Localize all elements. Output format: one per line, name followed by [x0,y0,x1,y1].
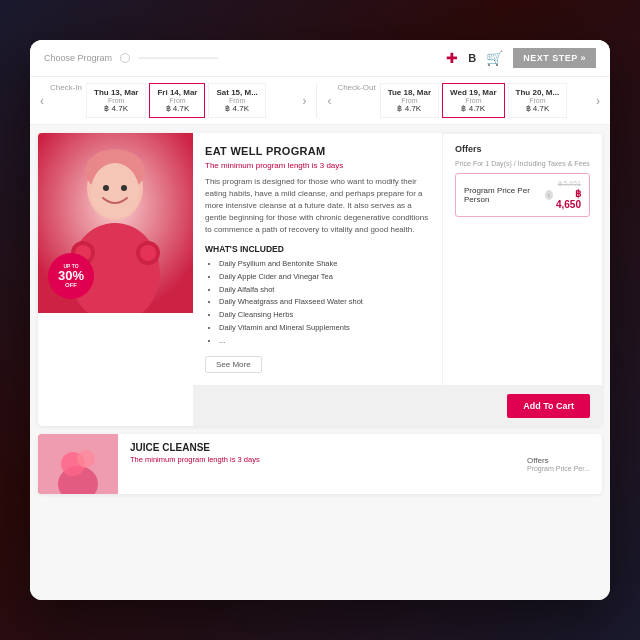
juice-cleanse-offers: Offers Program Price Per... [515,434,602,494]
date-selector: ‹ Check-In Thu 13, Mar From ฿ 4.7K Fri 1… [30,77,610,125]
checkout-dates: Tue 18, Mar From ฿ 4.7K Wed 19, Mar From… [380,83,590,118]
program-top: UP TO 30% OFF EAT WELL PROGRAM The minim… [38,133,602,426]
add-to-cart-bar: Add To Cart [193,385,602,426]
checkin-date-1[interactable]: Fri 14, Mar From ฿ 4.7K [149,83,205,118]
program-image: UP TO 30% OFF [38,133,193,313]
juice-cleanse-info: JUICE CLEANSE The minimum program length… [118,434,515,494]
divider [316,83,317,118]
checkout-next-arrow[interactable]: › [594,83,602,118]
date-day: Fri 14, Mar [157,88,197,97]
svg-point-5 [121,185,127,191]
checkout-date-1[interactable]: Wed 19, Mar From ฿ 4.7K [442,83,505,118]
list-item: Daily Cleansing Herbs [219,309,430,322]
date-from: From [94,97,138,104]
checkin-next-arrow[interactable]: › [300,83,308,118]
svg-point-10 [140,245,156,261]
nav-right: ✚ B 🛒 NEXT STEP » [446,48,596,68]
list-item: Daily Apple Cider and Vinegar Tea [219,271,430,284]
date-from: From [388,97,431,104]
offers-title: Offers [455,144,590,154]
new-price: ฿ 4,650 [553,188,581,210]
program-content-row: EAT WELL PROGRAM The minimum program len… [193,133,602,385]
juice-cleanse-image [38,434,118,494]
list-item: ... [219,335,430,348]
list-item: Daily Vitamin and Mineral Supplements [219,322,430,335]
choose-program-label: Choose Program [44,53,112,63]
date-from: From [450,97,497,104]
list-item: Daily Wheatgrass and Flaxseed Water shot [219,296,430,309]
offers-section: Offers Price For 1 Day(s) / Including Ta… [442,133,602,385]
language-badge[interactable]: B [468,52,476,64]
list-item: Daily Psyllium and Bentonite Shake [219,258,430,271]
discount-pct: 30% [58,269,84,282]
discount-off: OFF [65,282,77,289]
checkout-date-0[interactable]: Tue 18, Mar From ฿ 4.7K [380,83,439,118]
offer-row: Program Price Per Person i ฿ 5,651 ฿ 4,6… [455,173,590,217]
date-price: ฿ 4.7K [216,104,257,113]
included-list: Daily Psyllium and Bentonite Shake Daily… [205,258,430,347]
date-from: From [157,97,197,104]
juice-offers-title: Offers [527,456,590,465]
juice-illustration [38,434,118,494]
date-day: Thu 13, Mar [94,88,138,97]
nav-bar: Choose Program ✚ B 🛒 NEXT STEP » [30,40,610,77]
main-content: UP TO 30% OFF EAT WELL PROGRAM The minim… [30,125,610,600]
list-item: Daily Alfalfa shot [219,284,430,297]
date-price: ฿ 4.7K [450,104,497,113]
juice-cleanse-min: The minimum program length is 3 days [130,455,503,464]
program-min-length: The minimum program length is 3 days [205,161,430,170]
eat-well-card: UP TO 30% OFF EAT WELL PROGRAM The minim… [38,133,602,426]
progress-bar [138,57,218,59]
date-price: ฿ 4.7K [157,104,197,113]
program-right: EAT WELL PROGRAM The minimum program len… [193,133,602,426]
svg-point-14 [77,450,95,468]
info-icon: i [545,190,553,200]
offers-price-label: Price For 1 Day(s) / Including Taxes & F… [455,160,590,167]
checkin-date-2[interactable]: Sat 15, M... From ฿ 4.7K [208,83,265,118]
date-day: Wed 19, Mar [450,88,497,97]
juice-cleanse-title: JUICE CLEANSE [130,442,503,453]
discount-badge: UP TO 30% OFF [48,253,94,299]
date-from: From [216,97,257,104]
checkin-label: Check-In [50,83,82,118]
date-price: ฿ 4.7K [388,104,431,113]
program-description: This program is designed for those who w… [205,176,430,236]
globe-icon: ✚ [446,50,458,66]
date-price: ฿ 4.7K [516,104,560,113]
browser-window: Choose Program ✚ B 🛒 NEXT STEP » ‹ Check… [30,40,610,600]
add-to-cart-button[interactable]: Add To Cart [507,394,590,418]
juice-price-row: Program Price Per... [527,465,590,472]
radio-input[interactable] [120,53,130,63]
svg-point-3 [91,163,139,219]
date-price: ฿ 4.7K [94,104,138,113]
svg-point-4 [103,185,109,191]
program-title: EAT WELL PROGRAM [205,145,430,157]
offers-panel: Offers Price For 1 Day(s) / Including Ta… [443,133,602,231]
date-day: Tue 18, Mar [388,88,431,97]
next-step-button[interactable]: NEXT STEP » [513,48,596,68]
date-day: Thu 20, M... [516,88,560,97]
cart-icon[interactable]: 🛒 [486,50,503,66]
offer-label: Program Price Per Person i [464,186,553,204]
offer-price: ฿ 5,651 ฿ 4,650 [553,180,581,210]
checkin-prev-arrow[interactable]: ‹ [38,83,46,118]
program-info: EAT WELL PROGRAM The minimum program len… [193,133,442,385]
checkout-label: Check-Out [337,83,375,118]
nav-left: Choose Program [44,53,218,63]
date-from: From [516,97,560,104]
checkin-date-0[interactable]: Thu 13, Mar From ฿ 4.7K [86,83,146,118]
checkin-dates: Thu 13, Mar From ฿ 4.7K Fri 14, Mar From… [86,83,296,118]
see-more-button[interactable]: See More [205,356,262,373]
whats-included-label: WHAT'S INCLUDED [205,244,430,254]
checkout-date-2[interactable]: Thu 20, M... From ฿ 4.7K [508,83,568,118]
date-day: Sat 15, M... [216,88,257,97]
checkout-prev-arrow[interactable]: ‹ [325,83,333,118]
juice-cleanse-card: JUICE CLEANSE The minimum program length… [38,434,602,494]
original-price: ฿ 5,651 [553,180,581,188]
